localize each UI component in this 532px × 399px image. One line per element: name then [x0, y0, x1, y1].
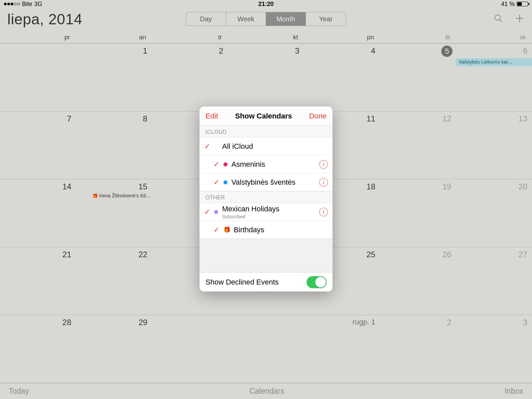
day-number: 29 [138, 318, 147, 327]
calendar-row[interactable]: ✓🎁Birthdays [200, 221, 332, 239]
day-number: 12 [443, 114, 452, 123]
done-button[interactable]: Done [309, 112, 327, 120]
calendar-section-label: ICLOUD [200, 126, 332, 137]
day-number: 6 [523, 46, 527, 56]
day-cell[interactable]: 8 [76, 111, 152, 179]
calendars-button[interactable]: Calendars [249, 387, 284, 396]
day-cell[interactable]: 28 [0, 315, 76, 383]
show-declined-label: Show Declined Events [205, 278, 307, 287]
search-icon[interactable] [493, 13, 503, 23]
bottom-toolbar: Today Calendars Inbox [0, 383, 532, 399]
day-number: 20 [518, 182, 527, 191]
day-number: 26 [443, 250, 452, 259]
event-pill[interactable]: Valstybės Lietuvos kar... [456, 58, 532, 66]
day-cell[interactable]: 7 [0, 111, 76, 179]
svg-point-0 [495, 15, 500, 20]
checkmark-icon: ✓ [213, 226, 221, 234]
day-cell[interactable]: 27 [456, 247, 532, 315]
day-cell[interactable]: 29 [76, 315, 152, 383]
calendar-row[interactable]: ✓Asmeninisi [200, 155, 332, 173]
info-icon[interactable]: i [319, 178, 328, 187]
day-number: 1 [143, 46, 147, 56]
day-number: 18 [366, 182, 375, 191]
calendar-header: liepa, 2014 DayWeekMonthYear [0, 8, 532, 28]
checkmark-icon: ✓ [204, 208, 211, 216]
day-number: 22 [138, 250, 147, 259]
day-cell[interactable]: 6Valstybės Lietuvos kar... [456, 44, 532, 111]
day-number: 25 [366, 250, 375, 259]
day-number: 19 [443, 182, 452, 191]
svg-line-1 [500, 20, 502, 22]
view-tab-year[interactable]: Year [306, 12, 346, 26]
weekday-label: sk [456, 31, 532, 43]
inbox-button[interactable]: Inbox [505, 387, 523, 396]
view-tab-day[interactable]: Day [186, 12, 226, 26]
day-number: 2 [447, 318, 451, 327]
day-cell[interactable]: 26 [380, 247, 456, 315]
clock-label: 21:20 [258, 1, 274, 8]
weekday-label: pn [304, 31, 380, 43]
day-number: 2 [219, 46, 223, 56]
day-cell[interactable]: 13 [456, 111, 532, 179]
checkmark-icon: ✓ [213, 160, 221, 169]
day-cell[interactable]: 12 [380, 111, 456, 179]
calendar-color-dot [223, 180, 227, 184]
day-number: 21 [63, 250, 71, 259]
day-cell[interactable]: 5 [380, 44, 456, 111]
day-number: 14 [63, 182, 71, 191]
show-declined-toggle[interactable] [307, 276, 327, 288]
today-button[interactable]: Today [9, 387, 29, 396]
day-cell[interactable]: 15🎁Irena Žilinskienė's 63... [76, 179, 152, 247]
day-cell[interactable]: 20 [456, 179, 532, 247]
day-number: 27 [518, 250, 527, 259]
weekday-header-row: prantrktpnštsk [0, 31, 532, 43]
day-number: rugp. 1 [352, 318, 375, 326]
day-cell[interactable]: 2 [380, 315, 456, 383]
day-number: 11 [366, 114, 375, 123]
day-cell[interactable] [228, 315, 304, 383]
status-bar: Bite 3G 21:20 41 % [0, 0, 532, 8]
calendar-subtitle: Subscribed [222, 214, 319, 219]
calendar-row[interactable]: ✓Mexican HolidaysSubscribedi [200, 203, 332, 221]
day-cell[interactable] [152, 315, 228, 383]
weekday-label: kt [228, 31, 304, 43]
day-cell[interactable]: 2 [152, 44, 228, 111]
weekday-label: an [76, 31, 152, 43]
day-number: 7 [67, 114, 71, 123]
view-segmented-control[interactable]: DayWeekMonthYear [186, 12, 346, 26]
calendar-color-dot [214, 210, 218, 214]
day-cell[interactable] [0, 44, 76, 111]
edit-button[interactable]: Edit [205, 112, 218, 120]
day-cell[interactable]: 3 [456, 315, 532, 383]
weekday-label: tr [152, 31, 228, 43]
calendar-section-label: OTHER [200, 191, 332, 203]
calendar-name: Birthdays [234, 226, 328, 234]
day-cell[interactable]: 21 [0, 247, 76, 315]
gift-icon: 🎁 [223, 226, 230, 233]
day-cell[interactable]: rugp. 1 [304, 315, 380, 383]
battery-icon [517, 2, 528, 6]
day-number: 28 [63, 318, 71, 327]
weekday-label: št [380, 31, 456, 43]
calendar-name: Valstybinės šventės [231, 178, 319, 187]
add-event-icon[interactable] [515, 13, 525, 23]
event-inline[interactable]: 🎁Irena Žilinskienė's 63... [78, 193, 150, 198]
day-cell[interactable]: 1 [76, 44, 152, 111]
day-cell[interactable]: 14 [0, 179, 76, 247]
day-cell[interactable]: 19 [380, 179, 456, 247]
signal-dots-icon [4, 3, 20, 5]
day-cell[interactable]: 22 [76, 247, 152, 315]
carrier-label: Bite [22, 1, 32, 8]
view-tab-week[interactable]: Week [226, 12, 266, 26]
day-cell[interactable]: 4 [304, 44, 380, 111]
info-icon[interactable]: i [319, 208, 328, 216]
show-calendars-popover: Edit Show Calendars Done ICLOUD✓All iClo… [200, 106, 332, 292]
today-badge: 5 [441, 46, 453, 57]
day-number: 4 [371, 46, 375, 56]
view-tab-month[interactable]: Month [266, 12, 306, 26]
info-icon[interactable]: i [319, 160, 328, 169]
calendar-row[interactable]: ✓All iCloud [200, 137, 332, 155]
day-number: 3 [523, 318, 527, 327]
calendar-row[interactable]: ✓Valstybinės šventėsi [200, 173, 332, 191]
day-cell[interactable]: 3 [228, 44, 304, 111]
